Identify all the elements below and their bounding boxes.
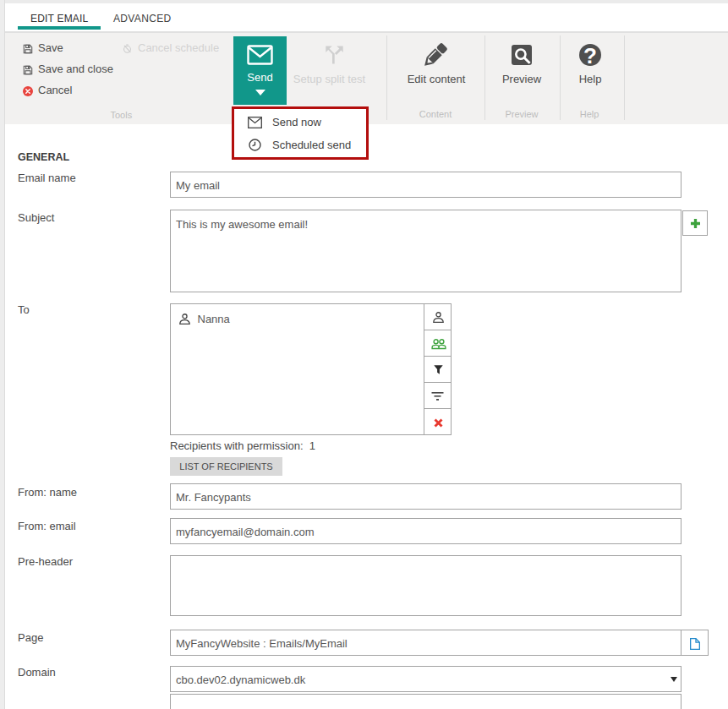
svg-text:?: ? [583,44,597,66]
